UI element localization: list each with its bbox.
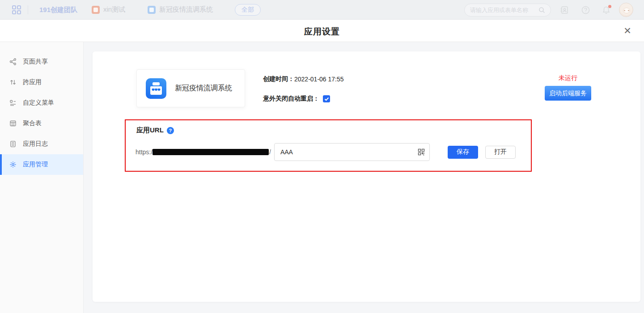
notifications-bell-icon[interactable]	[602, 6, 610, 14]
topbar: 191创建团队 xin测试 新冠疫情流调系统 全部	[0, 0, 644, 20]
swap-icon	[9, 79, 17, 86]
team-name[interactable]: 191创建团队	[39, 6, 77, 14]
annotation-rectangle: 应用URL ? https:// /	[125, 119, 532, 172]
page-title: 应用设置	[0, 26, 644, 38]
user-avatar[interactable]	[619, 3, 633, 17]
search-icon[interactable]	[538, 7, 545, 13]
status-badge: 未运行	[542, 74, 594, 82]
sidebar-item-custom-menu[interactable]: 自定义菜单	[0, 93, 83, 113]
gear-icon	[9, 161, 17, 168]
auto-restart-label: 意外关闭自动重启：	[263, 95, 319, 103]
modal-titlebar: 应用设置 ✕	[0, 20, 644, 42]
sidebar-item-label: 跨应用	[23, 78, 42, 86]
app-store-icon	[146, 78, 166, 99]
contacts-icon[interactable]	[560, 6, 568, 14]
sidebar-item-label: 应用日志	[23, 140, 48, 148]
custom-menu-icon	[9, 99, 17, 106]
sidebar-item-app-log[interactable]: 应用日志	[0, 134, 83, 154]
start-backend-service-button[interactable]: 启动后端服务	[545, 86, 591, 101]
log-icon	[9, 140, 17, 148]
sidebar-item-aggregate-table[interactable]: 聚合表	[0, 113, 83, 134]
qr-code-icon[interactable]	[418, 148, 425, 156]
auto-restart-checkbox[interactable]	[323, 95, 330, 102]
apps-grid-icon[interactable]	[12, 5, 21, 15]
app-url-label: 应用URL	[136, 126, 164, 135]
url-prefix: https://	[136, 148, 154, 156]
search-input[interactable]	[470, 7, 535, 13]
help-circle-icon[interactable]: ?	[167, 127, 174, 134]
app-tab-covid-system[interactable]: 新冠疫情流调系统	[148, 5, 213, 14]
app-tab-label: 新冠疫情流调系统	[159, 5, 213, 14]
settings-card: 新冠疫情流调系统 创建时间： 2022-01-06 17:55 意外关闭自动重启…	[93, 51, 640, 302]
share-icon	[9, 58, 17, 65]
created-time-value: 2022-01-06 17:55	[294, 76, 344, 83]
open-button[interactable]: 打开	[485, 146, 516, 159]
sidebar-item-cross-app[interactable]: 跨应用	[0, 72, 83, 93]
settings-content: 新冠疫情流调系统 创建时间： 2022-01-06 17:55 意外关闭自动重启…	[84, 42, 644, 313]
close-icon[interactable]: ✕	[622, 25, 633, 37]
sidebar-item-app-management[interactable]: 应用管理	[0, 154, 83, 175]
app-tab-icon	[148, 6, 156, 14]
app-tab-icon	[92, 6, 100, 14]
app-info-card: 新冠疫情流调系统	[136, 69, 245, 107]
app-tab-label: xin测试	[103, 5, 125, 14]
sidebar-item-label: 聚合表	[23, 119, 42, 127]
sidebar-item-label: 自定义菜单	[23, 99, 54, 107]
topbar-search[interactable]	[464, 4, 551, 17]
save-button[interactable]: 保存	[448, 146, 478, 159]
redacted-url-bar	[153, 149, 269, 155]
url-suffix: /	[269, 148, 271, 156]
sidebar-item-page-share[interactable]: 页面共享	[0, 51, 83, 72]
app-tab-xin-test[interactable]: xin测试	[92, 5, 125, 14]
sidebar-item-label: 页面共享	[23, 58, 48, 66]
help-icon[interactable]	[581, 6, 590, 14]
all-apps-pill[interactable]: 全部	[235, 4, 261, 16]
url-slug-input[interactable]	[274, 143, 430, 161]
topbar-divider	[28, 5, 28, 14]
aggregate-table-icon	[9, 120, 17, 127]
sidebar-item-label: 应用管理	[23, 161, 48, 169]
notification-badge	[608, 5, 611, 8]
settings-sidebar: 页面共享 跨应用 自定	[0, 42, 84, 313]
created-time-label: 创建时间：	[263, 75, 294, 83]
app-name: 新冠疫情流调系统	[175, 84, 232, 93]
app-settings-screen: 191创建团队 xin测试 新冠疫情流调系统 全部	[0, 0, 644, 313]
